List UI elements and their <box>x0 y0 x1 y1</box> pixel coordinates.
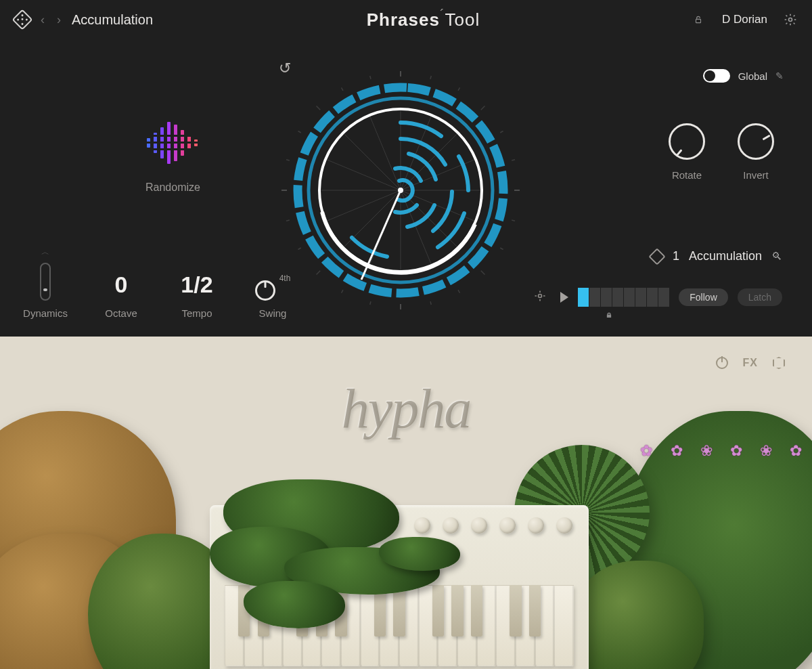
follow-button[interactable]: Follow <box>679 288 727 306</box>
svg-line-7 <box>458 87 460 90</box>
tempo-label: Tempo <box>181 307 212 319</box>
latch-button[interactable]: Latch <box>738 288 782 306</box>
svg-line-23 <box>317 106 321 110</box>
svg-line-13 <box>481 270 485 274</box>
rotate-label: Rotate <box>672 169 702 181</box>
svg-line-19 <box>298 248 300 250</box>
settings-hex-icon[interactable] <box>773 357 785 369</box>
invert-control[interactable]: Invert <box>738 123 774 181</box>
sequence-index: 1 <box>673 249 679 263</box>
preset-name[interactable]: Accumulation <box>72 12 153 28</box>
synth-knob <box>471 517 487 534</box>
step-4[interactable] <box>612 288 623 307</box>
svg-line-12 <box>500 248 503 250</box>
svg-line-24 <box>342 87 344 90</box>
edit-icon[interactable]: ✎ <box>775 70 784 81</box>
titlebar: ‹ › Accumulation Phrases´Tool D Dorian <box>0 0 812 39</box>
svg-line-14 <box>458 290 460 293</box>
svg-line-9 <box>500 131 503 133</box>
randomize-label: Randomize <box>145 181 200 194</box>
hypha-logo: hypha <box>342 377 470 441</box>
svg-line-16 <box>370 301 371 305</box>
step-2[interactable] <box>589 288 600 307</box>
step-7[interactable] <box>647 288 658 307</box>
tempo-value[interactable]: 1/2 <box>181 268 212 301</box>
lock-icon[interactable] <box>694 15 703 24</box>
octave-control[interactable]: 0 Octave <box>97 268 145 319</box>
step-1[interactable] <box>578 288 589 307</box>
svg-line-11 <box>512 219 515 220</box>
step-3[interactable] <box>601 288 612 307</box>
svg-line-6 <box>430 75 431 79</box>
app-title: Phrases´Tool <box>162 9 684 30</box>
dynamics-control[interactable]: ︿ Dynamics <box>22 263 69 319</box>
octave-label: Octave <box>105 307 137 319</box>
svg-line-45 <box>361 190 401 280</box>
svg-line-25 <box>370 75 371 79</box>
dynamics-slider[interactable] <box>40 263 51 301</box>
svg-line-15 <box>430 301 431 305</box>
left-column: Randomize ︿ Dynamics 0 Octave 1/2 Tempo <box>0 39 258 337</box>
svg-line-20 <box>286 219 290 220</box>
step-6[interactable] <box>635 288 646 307</box>
tempo-control[interactable]: 1/2 Tempo <box>173 268 221 319</box>
invert-knob[interactable] <box>738 123 774 160</box>
hypha-instrument-panel: FX hypha <box>0 337 812 669</box>
phrase-radar[interactable]: ↺ <box>258 39 543 337</box>
svg-line-17 <box>342 290 344 293</box>
svg-line-22 <box>298 131 300 133</box>
svg-line-21 <box>286 159 290 160</box>
prev-preset-button[interactable]: ‹ <box>39 13 46 27</box>
svg-line-10 <box>512 159 515 160</box>
dice-icon[interactable] <box>12 9 32 30</box>
right-column: Global ✎ Rotate Invert 1 Ac <box>543 39 812 337</box>
svg-rect-0 <box>696 19 700 22</box>
synth-knob <box>414 517 430 534</box>
sequence-dice-icon[interactable] <box>648 248 665 265</box>
transport-row: 🔒︎ Follow Latch <box>560 288 782 307</box>
svg-line-33 <box>343 133 401 190</box>
step-sequencer[interactable] <box>578 288 669 307</box>
synth-knob <box>443 517 459 534</box>
phrases-tool-panel: ‹ › Accumulation Phrases´Tool D Dorian <box>0 0 812 337</box>
synth-knob <box>499 517 516 534</box>
svg-line-18 <box>317 270 321 274</box>
search-icon[interactable]: 🔍︎ <box>771 251 782 263</box>
step-5[interactable] <box>624 288 635 307</box>
randomize-icon <box>147 121 198 165</box>
play-button[interactable] <box>560 292 568 303</box>
settings-icon[interactable] <box>784 13 797 26</box>
scale-selector[interactable]: D Dorian <box>722 13 767 26</box>
svg-line-8 <box>481 106 485 110</box>
fx-button[interactable]: FX <box>743 357 758 369</box>
invert-label: Invert <box>743 169 769 181</box>
sequence-browser: 1 Accumulation 🔍︎ <box>651 249 782 263</box>
synth-knob <box>556 517 572 534</box>
power-icon[interactable] <box>716 357 728 369</box>
svg-point-47 <box>539 295 542 298</box>
next-preset-button[interactable]: › <box>55 13 62 27</box>
octave-value[interactable]: 0 <box>115 268 128 301</box>
rotate-control[interactable]: Rotate <box>669 123 705 181</box>
synth-knob <box>528 517 544 534</box>
svg-point-46 <box>398 188 403 193</box>
sequence-name[interactable]: Accumulation <box>689 249 762 263</box>
svg-point-1 <box>789 18 792 22</box>
global-label: Global <box>738 70 767 82</box>
randomize-button[interactable]: Randomize <box>145 121 200 194</box>
dynamics-label: Dynamics <box>23 307 68 319</box>
step-lock-icon[interactable]: 🔒︎ <box>606 311 612 319</box>
keyboard-visual <box>210 505 589 669</box>
step-8[interactable] <box>658 288 669 307</box>
global-toggle[interactable] <box>703 69 730 83</box>
rotate-knob[interactable] <box>669 123 705 160</box>
